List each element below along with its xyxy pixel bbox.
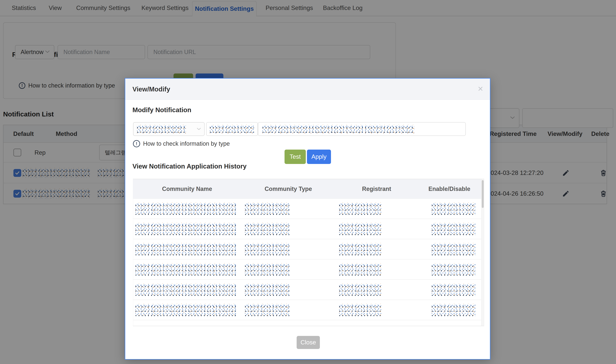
history-row <box>133 219 481 239</box>
redacted-value <box>137 125 186 133</box>
modal-provider-select[interactable] <box>133 122 205 136</box>
scrollbar-thumb[interactable] <box>482 180 484 208</box>
redacted-cell <box>245 284 289 296</box>
redacted-cell <box>135 304 237 316</box>
redacted-cell <box>339 243 381 256</box>
col-registrant: Registrant <box>349 179 404 199</box>
history-table-header: Community Name Community Type Registrant… <box>133 179 484 199</box>
col-community-name: Community Name <box>154 179 220 199</box>
redacted-cell <box>432 263 475 276</box>
view-modify-modal: View/Modify × Modify Notification ! How … <box>125 78 490 360</box>
history-row <box>133 260 481 280</box>
redacted-cell <box>432 284 475 296</box>
app-window: Statistics View Community Settings Keywo… <box>0 0 616 364</box>
redacted-cell <box>135 243 237 256</box>
history-row <box>133 199 481 219</box>
modal-name-input[interactable] <box>206 122 258 136</box>
redacted-cell <box>135 203 237 215</box>
redacted-cell <box>135 284 237 296</box>
modal-title: View/Modify <box>132 78 170 100</box>
redacted-cell <box>432 203 475 215</box>
scrollbar-track <box>481 179 484 326</box>
history-table: Community Name Community Type Registrant… <box>133 179 484 326</box>
col-enable-disable: Enable/Disable <box>421 179 477 199</box>
history-row <box>133 300 481 320</box>
redacted-cell <box>339 203 381 215</box>
chevron-down-icon <box>197 128 201 131</box>
redacted-cell <box>135 263 237 276</box>
info-icon: ! <box>133 140 140 147</box>
history-section-title: View Notification Application History <box>132 163 247 170</box>
redacted-cell <box>432 243 475 256</box>
history-row <box>133 239 481 260</box>
redacted-cell <box>432 304 475 316</box>
close-button[interactable]: Close <box>297 336 320 349</box>
history-row <box>133 280 481 300</box>
redacted-cell <box>339 304 381 316</box>
modal-info-how-to-check[interactable]: ! How to check information by type <box>133 140 230 147</box>
redacted-cell <box>245 203 289 215</box>
redacted-cell <box>245 223 289 235</box>
redacted-cell <box>245 263 289 276</box>
redacted-cell <box>135 223 237 235</box>
test-button[interactable]: Test <box>284 150 306 164</box>
redacted-cell <box>245 304 289 316</box>
close-icon[interactable]: × <box>475 78 486 100</box>
apply-button[interactable]: Apply <box>307 150 331 164</box>
history-rows <box>133 199 481 320</box>
redacted-value <box>210 125 254 133</box>
redacted-cell <box>339 263 381 276</box>
redacted-value <box>263 125 415 133</box>
modify-notification-title: Modify Notification <box>132 106 191 114</box>
redacted-cell <box>432 223 475 235</box>
redacted-cell <box>245 243 289 256</box>
col-community-type: Community Type <box>256 179 321 199</box>
modal-header: View/Modify × <box>125 78 490 100</box>
modal-url-input[interactable] <box>258 122 466 136</box>
redacted-cell <box>339 223 381 235</box>
info-label: How to check information by type <box>143 140 230 147</box>
redacted-cell <box>339 284 381 296</box>
